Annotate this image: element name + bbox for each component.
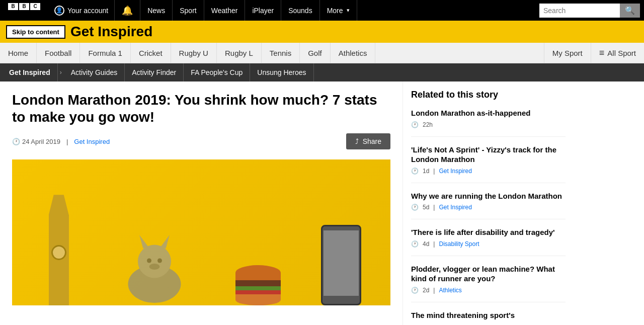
article-meta: 🕐 24 April 2019 | Get Inspired ⤴ Share [12,133,390,149]
related-item-meta: 🕐 1d | Get Inspired [411,168,566,175]
related-item-time: 5d [423,204,429,211]
meta-divider: | [433,287,435,294]
top-nav: News Sport Weather iPlayer Sounds More ▾ [140,0,357,21]
breadcrumb-arrow: › [58,69,64,76]
article-date: 🕐 24 April 2019 [12,138,60,145]
sport-nav-football[interactable]: Football [37,43,80,63]
related-item-meta: 🕐 2d | Athletics [411,287,566,294]
clock-icon: 🕐 [411,121,419,128]
related-item: Why we are running the London Marathon 🕐… [411,191,566,220]
share-icon: ⤴ [355,137,359,145]
account-menu[interactable]: 👤 Your account [48,0,115,21]
account-label: Your account [67,7,108,15]
notification-bell[interactable]: 🔔 [115,0,140,21]
my-sport-button[interactable]: My Sport [544,43,591,63]
all-sport-icon: ≡ [599,48,605,58]
search-button[interactable]: 🔍 [620,4,640,18]
share-button[interactable]: ⤴ Share [346,133,390,149]
sub-nav-fa-peoples-cup[interactable]: FA People's Cup [184,63,250,82]
svg-point-8 [149,264,160,270]
svg-point-3 [138,245,171,278]
article-title: London Marathon 2019: You shrink how muc… [12,92,390,125]
related-item: The mind threatening sport's [411,310,566,326]
related-item-link[interactable]: The mind threatening sport's [411,310,566,320]
svg-point-7 [157,259,162,263]
more-label: More [327,7,343,15]
sport-nav-formula1[interactable]: Formula 1 [80,43,131,63]
wolf-illustration [114,225,195,305]
nav-weather[interactable]: Weather [204,0,246,21]
svg-point-6 [147,259,151,263]
meta-divider: | [433,204,435,211]
more-arrow-icon: ▾ [347,7,350,14]
bbc-logo[interactable]: BBC [4,1,44,20]
article-category-link[interactable]: Get Inspired [74,138,110,145]
related-item-time: 4d [423,240,429,248]
related-item-category: Athletics [439,287,461,294]
get-inspired-title: Get Inspired [70,24,152,40]
get-inspired-banner: Skip to content Get Inspired [0,21,644,43]
related-item-link[interactable]: 'There is life after disability and trag… [411,227,566,237]
related-item: Plodder, vlogger or lean machine? What k… [411,264,566,302]
related-item-category: Get Inspired [439,168,471,175]
sport-nav-athletics[interactable]: Athletics [331,43,376,63]
date-text: 24 April 2019 [22,138,60,145]
related-item: London Marathon as-it-happened 🕐 22h [411,108,566,137]
nav-iplayer[interactable]: iPlayer [245,0,281,21]
clock-icon: 🕐 [12,138,20,145]
sport-nav-rugbyu[interactable]: Rugby U [171,43,217,63]
skip-to-content-button[interactable]: Skip to content [6,25,65,39]
share-label: Share [363,137,381,145]
related-item-meta: 🕐 22h [411,121,566,128]
sport-nav: Home Football Formula 1 Cricket Rugby U … [0,43,644,63]
burger-illustration [233,265,283,305]
related-item-link[interactable]: London Marathon as-it-happened [411,108,566,118]
related-title: Related to this story [411,90,566,100]
meta-divider: | [433,168,435,175]
clock-icon: 🕐 [411,168,419,175]
top-bar: BBC 👤 Your account 🔔 News Sport Weather … [0,0,644,21]
nav-sport[interactable]: Sport [173,0,204,21]
meta-divider: | [66,138,68,145]
sidebar: Related to this story London Marathon as… [403,82,574,325]
clock-icon: 🕐 [411,240,419,248]
sub-nav-unsung-heroes[interactable]: Unsung Heroes [250,63,313,82]
related-item-link[interactable]: 'Life's Not A Sprint' - Yizzy's track fo… [411,145,566,165]
main-layout: London Marathon 2019: You shrink how muc… [0,82,644,325]
all-sport-label: All Sport [607,49,636,57]
sport-nav-home[interactable]: Home [0,43,37,63]
all-sport-button[interactable]: ≡ All Sport [591,43,644,63]
related-item-time: 1d [423,168,429,175]
search-input[interactable] [539,4,620,18]
sub-nav-activity-guides[interactable]: Activity Guides [64,63,125,82]
article-image-inner [12,159,390,305]
sport-nav-cricket[interactable]: Cricket [131,43,171,63]
search-bar: 🔍 [539,4,640,18]
phone-illustration [321,225,361,305]
svg-marker-4 [139,235,148,249]
big-ben-illustration [41,195,76,305]
related-item-time: 22h [423,121,433,128]
account-icon: 👤 [54,6,64,16]
nav-news[interactable]: News [140,0,173,21]
sub-nav-get-inspired[interactable]: Get Inspired [2,63,58,82]
sub-nav-activity-finder[interactable]: Activity Finder [125,63,184,82]
related-item-meta: 🕐 5d | Get Inspired [411,204,566,211]
clock-icon: 🕐 [411,204,419,211]
meta-divider: | [433,240,435,248]
article-section: London Marathon 2019: You shrink how muc… [0,82,403,325]
related-item-category: Disability Sport [439,240,479,248]
nav-sounds[interactable]: Sounds [281,0,319,21]
more-label-group: More ▾ [327,7,350,15]
sport-nav-golf[interactable]: Golf [300,43,331,63]
related-item: 'Life's Not A Sprint' - Yizzy's track fo… [411,145,566,183]
related-item: 'There is life after disability and trag… [411,227,566,256]
related-item-link[interactable]: Why we are running the London Marathon [411,191,566,201]
sport-nav-tennis[interactable]: Tennis [262,43,300,63]
nav-more[interactable]: More ▾ [320,0,357,21]
sport-nav-right: My Sport ≡ All Sport [544,43,644,63]
article-image [12,159,390,305]
related-item-link[interactable]: Plodder, vlogger or lean machine? What k… [411,264,566,284]
sport-nav-rugbyl[interactable]: Rugby L [217,43,262,63]
related-item-time: 2d [423,287,429,294]
